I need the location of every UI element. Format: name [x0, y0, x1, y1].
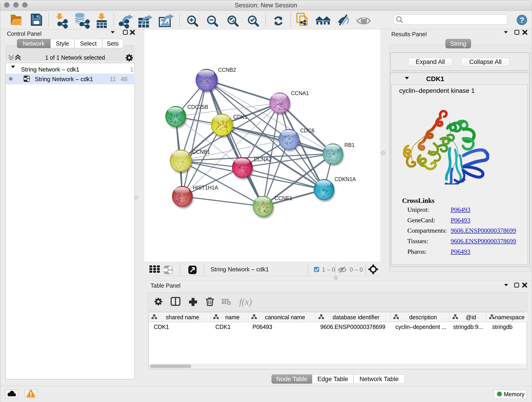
svg-text:HIST1H1A: HIST1H1A — [193, 185, 218, 191]
svg-text:CCNB2: CCNB2 — [218, 67, 236, 73]
svg-text:CCNE1: CCNE1 — [274, 195, 292, 201]
svg-text:CDC6: CDC6 — [300, 128, 315, 134]
svg-text:CDKN1A: CDKN1A — [335, 176, 356, 182]
svg-text:CDK1: CDK1 — [233, 114, 247, 120]
svg-text:CCNA1: CCNA1 — [291, 90, 309, 96]
svg-text:RB1: RB1 — [344, 142, 355, 148]
svg-text:CCNB1: CCNB1 — [192, 149, 210, 155]
svg-text:CCNA2: CCNA2 — [254, 157, 272, 162]
svg-text:CDC25B: CDC25B — [187, 104, 208, 110]
